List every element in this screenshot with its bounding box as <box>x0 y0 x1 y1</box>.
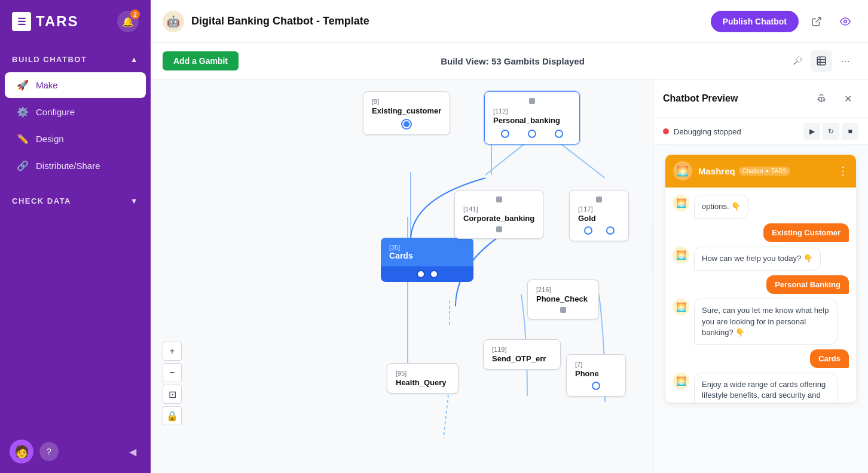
node-phone-7[interactable]: [7] Phone <box>566 354 626 397</box>
sidebar-item-configure[interactable]: ⚙️ Configure <box>5 99 146 125</box>
stop-debug-button[interactable]: ■ <box>842 123 858 140</box>
external-link-button[interactable] <box>806 11 827 32</box>
collapse-sidebar-button[interactable]: ◀ <box>124 443 141 460</box>
user-avatar[interactable]: 🧑 <box>10 440 33 463</box>
chat-bot-avatar-6: 🌅 <box>673 373 689 389</box>
chat-header: 🌅 Mashreq Chatbot ✦ TARS ⋮ <box>665 155 856 188</box>
notification-badge: 2 <box>130 10 140 19</box>
preview-panel: Chatbot Preview ✕ Debugging stopped ▶ <box>653 79 868 473</box>
main-area: 🤖 Digital Banking Chatbot - Template Pub… <box>151 0 868 473</box>
zoom-in-button[interactable]: + <box>163 342 182 361</box>
gear-icon: ⚙️ <box>17 106 29 118</box>
svg-line-2 <box>794 62 797 64</box>
chat-window-messages: 🌅 options. 👇 Existing Customer 🌅 How can… <box>665 188 856 403</box>
preview-title: Chatbot Preview <box>663 93 738 104</box>
chat-bot-avatar-2: 🌅 <box>673 247 689 263</box>
build-toolbar: Add a Gambit Build View: 53 Gambits Disp… <box>151 43 868 79</box>
wand-icon-button[interactable] <box>787 50 808 72</box>
build-chatbot-section: BUILD CHATBOT ▲ 🚀 Make ⚙️ Configure ✏️ D… <box>0 43 151 185</box>
chat-message-3: Personal Banking <box>673 275 849 294</box>
chat-bot-name: Mashreq <box>698 166 735 176</box>
chat-bubble-5: Cards <box>810 349 849 368</box>
svg-point-1 <box>844 20 847 23</box>
share-icon: 🔗 <box>17 160 29 171</box>
more-options-button[interactable]: ⋯ <box>835 50 856 72</box>
chatbot-badge: Chatbot ✦ TARS <box>739 167 790 176</box>
sidebar-footer: 🧑 ? ◀ <box>0 430 151 473</box>
help-button[interactable]: ? <box>39 442 59 461</box>
page-title: Digital Banking Chatbot - Template <box>191 15 369 27</box>
fit-screen-button[interactable]: ⊡ <box>163 385 182 404</box>
sidebar-item-distribute[interactable]: 🔗 Distribute/Share <box>5 153 146 179</box>
preview-header-actions: ✕ <box>811 88 858 109</box>
node-phone-check[interactable]: [216] Phone_Check <box>527 280 599 320</box>
pencil-icon: ✏️ <box>17 133 29 145</box>
node-personal-banking[interactable]: [112] Personal_banking <box>484 91 580 145</box>
chat-message-5: Cards <box>673 349 849 368</box>
node-cards[interactable]: [35] Cards <box>381 238 473 282</box>
chat-message-0: 🌅 options. 👇 <box>673 195 849 219</box>
debug-label: Debugging stopped <box>674 127 741 136</box>
topbar-actions: Publish Chatbot <box>711 11 856 32</box>
chart-icon-button[interactable] <box>811 50 832 72</box>
notification-bell[interactable]: 🔔 2 <box>117 11 139 32</box>
canvas-area[interactable]: [9] Existing_customer [112] Personal_ban… <box>151 79 653 473</box>
chat-message-2: 🌅 How can we help you today? 👇 <box>673 247 849 271</box>
tars-logo: ☰ TARS <box>12 12 79 31</box>
preview-header: Chatbot Preview ✕ <box>653 79 868 118</box>
chat-header-menu[interactable]: ⋮ <box>838 164 848 177</box>
publish-chatbot-button[interactable]: Publish Chatbot <box>711 11 799 32</box>
svg-line-0 <box>816 17 821 22</box>
close-preview-button[interactable]: ✕ <box>837 88 858 109</box>
chat-message-1: Existing Customer <box>673 223 849 242</box>
play-debug-button[interactable]: ▶ <box>803 123 820 140</box>
chat-bubble-6: Enjoy a wide range of cards offering lif… <box>694 373 838 403</box>
chat-bubble-3: Personal Banking <box>766 275 849 294</box>
chat-bot-avatar-4: 🌅 <box>673 299 689 315</box>
sidebar-header: ☰ TARS 🔔 2 <box>0 0 151 43</box>
chat-window: 🌅 Mashreq Chatbot ✦ TARS ⋮ 🌅 <box>665 155 856 403</box>
sidebar-item-design[interactable]: ✏️ Design <box>5 126 146 152</box>
chat-message-4: 🌅 Sure, can you let me know what help yo… <box>673 299 849 345</box>
debug-status-dot <box>663 128 669 134</box>
sidebar: ☰ TARS 🔔 2 BUILD CHATBOT ▲ 🚀 Make ⚙️ Con… <box>0 0 151 473</box>
node-corporate-banking[interactable]: [141] Corporate_banking <box>454 190 543 239</box>
canvas-controls: + − ⊡ 🔒 <box>163 342 182 425</box>
chat-message-6: 🌅 Enjoy a wide range of cards offering l… <box>673 373 849 403</box>
tars-logo-icon: ☰ <box>12 12 31 31</box>
topbar: 🤖 Digital Banking Chatbot - Template Pub… <box>151 0 868 43</box>
node-gold[interactable]: [117] Gold <box>569 190 629 241</box>
debug-bug-icon[interactable] <box>811 88 832 109</box>
chat-messages-area: 🌅 Mashreq Chatbot ✦ TARS ⋮ 🌅 <box>653 145 868 473</box>
chat-bubble-0: options. 👇 <box>694 195 748 219</box>
chat-bot-avatar-0: 🌅 <box>673 195 689 211</box>
debug-actions: ▶ ↻ ■ <box>803 123 858 140</box>
build-view-label: Build View: 53 Gambits Displayed <box>441 56 585 66</box>
rocket-icon: 🚀 <box>17 79 29 91</box>
toolbar-icons: ⋯ <box>787 50 856 72</box>
add-gambit-button[interactable]: Add a Gambit <box>163 51 239 70</box>
chat-header-avatar: 🌅 <box>673 161 692 180</box>
node-send-otp-119[interactable]: [119] Send_OTP_err <box>483 339 561 370</box>
chat-bubble-1: Existing Customer <box>763 223 849 242</box>
chat-bubble-4: Sure, can you let me know what help you … <box>694 299 838 345</box>
zoom-out-button[interactable]: − <box>163 363 182 382</box>
check-data-header[interactable]: CHECK DATA ▼ <box>0 189 151 213</box>
refresh-debug-button[interactable]: ↻ <box>823 123 839 140</box>
node-existing-customer[interactable]: [9] Existing_customer <box>363 91 450 135</box>
bot-avatar: 🤖 <box>163 11 184 32</box>
chat-bubble-2: How can we help you today? 👇 <box>694 247 821 271</box>
build-chatbot-header[interactable]: BUILD CHATBOT ▲ <box>0 48 151 71</box>
chevron-up-icon: ▲ <box>130 55 139 64</box>
chevron-down-icon: ▼ <box>130 196 139 205</box>
preview-eye-button[interactable] <box>835 11 856 32</box>
sidebar-item-make[interactable]: 🚀 Make <box>5 72 146 98</box>
debug-bar: Debugging stopped ▶ ↻ ■ <box>653 118 868 145</box>
lock-button[interactable]: 🔒 <box>163 406 182 425</box>
check-data-section: CHECK DATA ▼ <box>0 185 151 217</box>
node-health-query[interactable]: [95] Health_Query <box>387 363 459 394</box>
svg-rect-3 <box>817 57 826 65</box>
tars-logo-text: TARS <box>36 13 79 30</box>
